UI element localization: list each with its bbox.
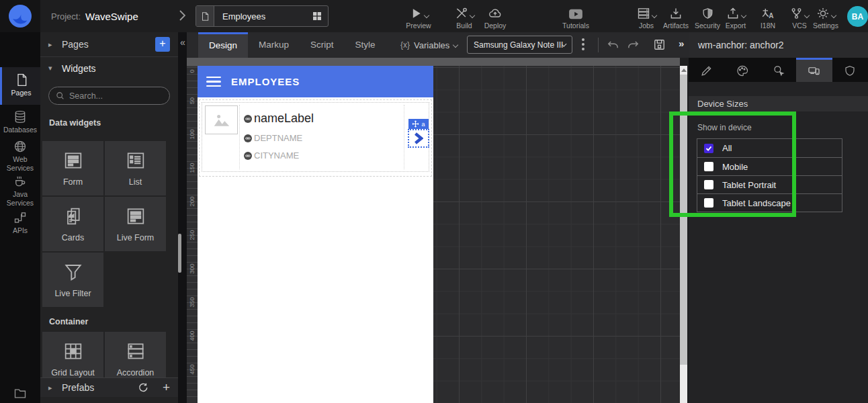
horizontal-ruler xyxy=(187,58,680,66)
shield-outline-icon xyxy=(844,64,856,77)
widget-tile-live-filter[interactable]: Live Filter xyxy=(42,253,103,307)
deploy-button[interactable]: Deploy xyxy=(476,4,515,30)
project-name: WaveSwipe xyxy=(85,11,138,22)
vertical-ruler: 0 50 100 150 200 250 300 350 400 450 xyxy=(187,66,198,403)
user-avatar[interactable]: BA xyxy=(847,6,868,27)
preview-button[interactable]: Preview xyxy=(399,4,438,30)
tab-security[interactable] xyxy=(832,58,868,82)
bind-icon xyxy=(244,134,252,142)
project-label: Project: xyxy=(51,11,81,21)
app-logo[interactable] xyxy=(0,0,40,32)
wavemaker-studio: Project: WaveSwipe Employees Preview Bui… xyxy=(0,0,868,403)
filter-funnel-icon xyxy=(62,261,85,283)
sidebar-item-pages[interactable]: Pages xyxy=(0,67,40,105)
city-label-widget[interactable]: CITYNAME xyxy=(244,150,404,161)
sidebar-item-databases[interactable]: Databases xyxy=(0,107,40,134)
redo-button[interactable] xyxy=(626,38,640,52)
shield-icon xyxy=(701,7,714,20)
sidebar-item-apis[interactable]: APIs xyxy=(0,208,40,235)
sidebar-item-web-services[interactable]: Web Services xyxy=(0,137,40,172)
tab-events[interactable] xyxy=(761,58,796,82)
video-icon xyxy=(568,8,583,20)
data-widgets-grid: Form List Cards Live Form Live Filter xyxy=(42,141,166,307)
caret-right-icon: ▸ xyxy=(48,40,55,49)
gear-icon xyxy=(816,7,830,20)
variables-icon: {x} xyxy=(400,40,410,50)
more-options-button[interactable] xyxy=(580,38,586,50)
left-sidebar: Pages Databases Web Services Java Servic… xyxy=(0,32,40,403)
grid-layout-icon xyxy=(62,341,85,362)
phone-preview[interactable]: EMPLOYEES nameLabel DEPTNAME CITYNAME xyxy=(198,66,433,403)
list-item-template[interactable]: nameLabel DEPTNAME CITYNAME a xyxy=(202,102,429,172)
canvas-toolbar: Design Markup Script Style {x} Variables… xyxy=(187,32,689,58)
anchor-drag-handle[interactable]: a xyxy=(408,119,429,129)
page-doc-icon xyxy=(196,6,214,26)
toolbar-divider xyxy=(598,38,599,52)
dept-label-widget[interactable]: DEPTNAME xyxy=(244,133,404,143)
tab-devices[interactable] xyxy=(796,58,832,82)
properties-panel: wm-anchor: anchor2 Device Sizes Show in … xyxy=(689,32,868,403)
branch-icon xyxy=(790,7,803,20)
cloud-upload-icon xyxy=(488,7,503,20)
selected-anchor-widget[interactable] xyxy=(408,129,429,148)
panel-scrollbar[interactable] xyxy=(178,234,181,273)
tab-design[interactable]: Design xyxy=(198,32,248,58)
devices-icon xyxy=(807,64,821,77)
properties-panel-tabs xyxy=(689,58,868,82)
prefabs-bar[interactable]: ▸ Prefabs + xyxy=(40,377,178,397)
pages-section-header[interactable]: ▸ Pages + xyxy=(40,32,178,57)
tab-script[interactable]: Script xyxy=(300,32,345,58)
add-prefab-button[interactable]: + xyxy=(163,380,170,395)
tab-style[interactable]: Style xyxy=(345,32,386,58)
settings-button[interactable]: Settings xyxy=(806,4,845,30)
chevron-down-icon xyxy=(740,13,746,18)
page-grid-icon[interactable] xyxy=(306,11,328,21)
widget-tile-live-form[interactable]: Live Form xyxy=(105,197,166,251)
globe-icon xyxy=(0,140,40,153)
widget-tile-cards[interactable]: Cards xyxy=(42,197,103,251)
picture-placeholder[interactable] xyxy=(205,105,238,134)
highlight-box xyxy=(669,111,796,217)
tutorials-button[interactable]: Tutorials xyxy=(556,4,595,30)
selected-widget-title: wm-anchor: anchor2 xyxy=(689,32,868,58)
tab-styles[interactable] xyxy=(724,58,760,82)
device-sizes-header: Device Sizes xyxy=(689,96,868,111)
hamburger-menu-icon[interactable] xyxy=(206,77,221,87)
sidebar-item-file-explorer[interactable]: File Explorer xyxy=(0,384,40,403)
undo-button[interactable] xyxy=(606,38,620,52)
tab-properties[interactable] xyxy=(689,58,724,82)
list-item-labels: nameLabel DEPTNAME CITYNAME xyxy=(239,105,404,169)
breadcrumb-chevron-icon xyxy=(179,9,185,21)
panel-divider xyxy=(178,32,187,403)
collapse-panel-icon[interactable]: « xyxy=(178,37,187,48)
chevron-down-icon xyxy=(453,42,458,48)
server-icon xyxy=(637,7,650,20)
widgets-section-header[interactable]: ▾ Widgets xyxy=(40,57,178,79)
live-form-icon xyxy=(124,206,147,227)
editor-tabs: Design Markup Script Style xyxy=(198,32,386,58)
page-selector[interactable]: Employees xyxy=(196,5,329,27)
mobile-navbar-widget[interactable]: EMPLOYEES xyxy=(198,66,433,97)
list-icon xyxy=(124,150,147,171)
cards-icon xyxy=(62,206,85,227)
device-selector[interactable]: Samsung Galaxy Note III xyxy=(467,36,572,54)
move-icon xyxy=(412,120,419,128)
pointer-search-icon xyxy=(772,64,785,77)
coffee-cup-icon xyxy=(0,175,40,188)
add-page-button[interactable]: + xyxy=(155,37,170,52)
save-button[interactable] xyxy=(653,38,666,51)
sidebar-item-java-services[interactable]: Java Services xyxy=(0,172,40,207)
current-page-name: Employees xyxy=(214,11,306,21)
widget-search[interactable] xyxy=(48,87,170,105)
refresh-icon[interactable] xyxy=(138,382,149,394)
variables-button[interactable]: {x} Variables xyxy=(400,32,458,58)
scroll-up-arrow[interactable] xyxy=(680,66,687,74)
design-canvas-grid[interactable] xyxy=(433,66,680,403)
tab-markup[interactable]: Markup xyxy=(248,32,300,58)
expand-panel-icon[interactable]: » xyxy=(679,38,684,49)
search-input[interactable] xyxy=(69,91,157,101)
widget-tile-list[interactable]: List xyxy=(105,141,166,195)
play-icon xyxy=(409,7,423,20)
name-label-widget[interactable]: nameLabel xyxy=(244,111,404,126)
widget-tile-form[interactable]: Form xyxy=(42,141,103,195)
